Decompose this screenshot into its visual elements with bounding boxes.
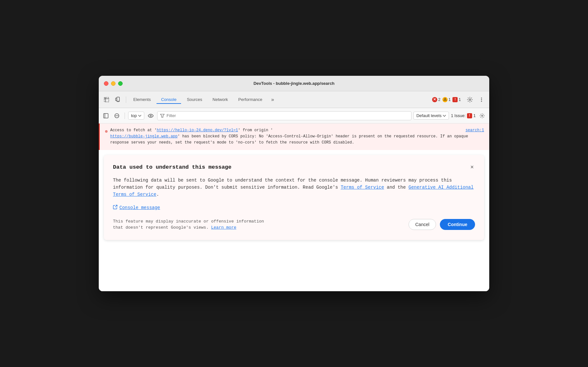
tab-elements[interactable]: Elements: [129, 95, 155, 104]
learn-more-link[interactable]: Learn more: [211, 225, 236, 230]
dialog-title: Data used to understand this message: [113, 164, 231, 170]
svg-point-16: [482, 115, 483, 116]
titlebar: DevTools - bubble-jingle.web.app/search: [99, 76, 489, 91]
svg-rect-5: [116, 98, 117, 101]
minimize-button[interactable]: [111, 81, 116, 86]
svg-point-7: [481, 97, 482, 98]
tab-performance[interactable]: Performance: [234, 95, 267, 104]
terms-of-service-link[interactable]: Terms of Service: [341, 185, 384, 190]
dialog-close-button[interactable]: ×: [469, 164, 475, 170]
error-link-2[interactable]: https://bubble-jingle.web.app: [110, 134, 177, 139]
error-link-1[interactable]: https://hello-io-24.deno.dev/?lvl=1: [157, 128, 238, 133]
error-text-prefix: Access to fetch at ': [110, 128, 157, 133]
more-options-icon[interactable]: [476, 94, 487, 105]
badge-group: ✕ 2 ⚠ 1 ! 1: [432, 97, 461, 102]
issue-badge-header: ! 1: [452, 97, 461, 102]
console-message-link-row: Console message: [113, 205, 475, 211]
devtools-tab-bar: Elements Console Sources Network Perform…: [99, 91, 489, 108]
cancel-button[interactable]: Cancel: [409, 219, 436, 230]
error-row-icon: ⊗: [105, 128, 107, 146]
tab-divider: [126, 96, 126, 103]
toolbar-divider: [125, 113, 125, 119]
issue-toolbar-icon: !: [467, 113, 472, 118]
sidebar-toggle-icon[interactable]: [101, 111, 110, 120]
dialog-footer-text: This feature may display inaccurate or o…: [113, 218, 274, 231]
error-text-mid: ' from origin ': [238, 128, 273, 133]
svg-point-9: [481, 101, 482, 102]
svg-point-14: [150, 115, 151, 116]
console-content: ⊗ Access to fetch at 'https://hello-io-2…: [99, 124, 489, 291]
dialog-buttons: Cancel Continue: [409, 219, 475, 230]
tab-sources[interactable]: Sources: [182, 95, 207, 104]
dialog-body-middle: and the: [384, 185, 409, 190]
error-text-block: Access to fetch at 'https://hello-io-24.…: [110, 127, 484, 146]
external-link-icon: [113, 205, 117, 211]
dialog-footer: This feature may display inaccurate or o…: [113, 218, 475, 231]
dialog-header: Data used to understand this message ×: [113, 164, 475, 170]
svg-rect-4: [117, 101, 119, 102]
issue-badge-icon: !: [452, 97, 458, 102]
dialog-body: The following data will be sent to Googl…: [113, 177, 475, 198]
window-title: DevTools - bubble-jingle.web.app/search: [253, 81, 334, 86]
svg-rect-10: [104, 114, 108, 118]
filter-input[interactable]: [167, 113, 409, 118]
console-settings-icon[interactable]: [478, 111, 487, 120]
warning-badge-icon: ⚠: [442, 97, 448, 102]
tab-console[interactable]: Console: [157, 95, 181, 104]
error-badge: ✕ 2: [432, 97, 441, 102]
warning-badge: ⚠ 1: [442, 97, 451, 102]
device-toolbar-icon[interactable]: [113, 94, 123, 105]
filter-bar: [157, 111, 411, 120]
more-tabs-button[interactable]: »: [268, 95, 277, 104]
settings-icon[interactable]: [465, 94, 475, 105]
tab-network[interactable]: Network: [208, 95, 233, 104]
error-badge-icon: ✕: [432, 97, 437, 102]
svg-marker-15: [160, 114, 164, 117]
devtools-window: DevTools - bubble-jingle.web.app/search …: [99, 76, 489, 291]
svg-rect-0: [104, 97, 109, 102]
issue-count-toolbar: 1 Issue: ! 1: [451, 113, 476, 118]
console-toolbar: top Default levels 1 Issue: !: [99, 108, 489, 124]
clear-console-icon[interactable]: [112, 111, 121, 120]
svg-point-8: [481, 99, 482, 100]
close-button[interactable]: [104, 81, 108, 86]
dialog-body-end: .: [156, 192, 159, 197]
eye-icon[interactable]: [146, 111, 155, 120]
svg-point-6: [469, 99, 471, 100]
levels-selector[interactable]: Default levels: [413, 112, 449, 120]
inspect-element-icon[interactable]: [101, 94, 112, 105]
maximize-button[interactable]: [118, 81, 123, 86]
continue-button[interactable]: Continue: [440, 219, 475, 230]
filter-icon: [160, 114, 165, 118]
ai-dialog: Data used to understand this message × T…: [104, 155, 484, 240]
error-message-row: ⊗ Access to fetch at 'https://hello-io-2…: [99, 124, 489, 150]
traffic-lights: [104, 81, 123, 86]
console-message-link[interactable]: Console message: [119, 205, 160, 210]
error-source-link[interactable]: search:1: [465, 128, 484, 133]
top-selector[interactable]: top: [128, 112, 144, 120]
